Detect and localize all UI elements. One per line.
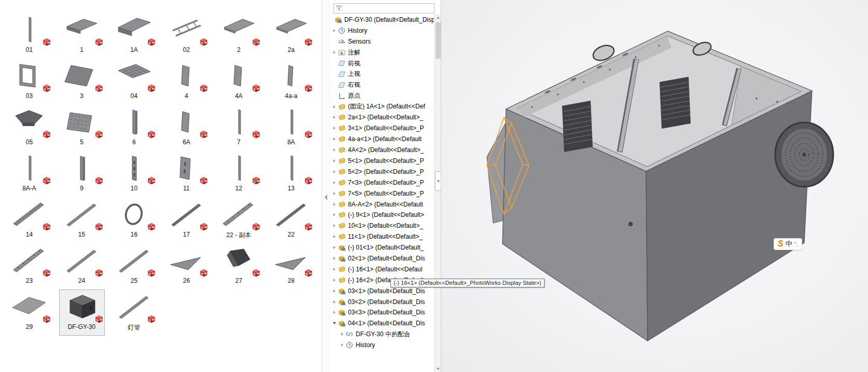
- file-item-6[interactable]: SW6: [108, 105, 160, 151]
- expand-arrow-icon[interactable]: [332, 212, 337, 217]
- file-item-03[interactable]: SW03: [3, 59, 55, 105]
- file-item-13[interactable]: SW13: [265, 151, 317, 197]
- scrollbar-down-icon[interactable]: [435, 365, 441, 372]
- tree-item-7-3-default-default-p[interactable]: 7<3> (Default<<Default>_P: [330, 177, 434, 188]
- tree-item-[interactable]: 前视: [330, 58, 434, 69]
- file-item-26[interactable]: SW26: [160, 243, 213, 290]
- file-item-17[interactable]: SW17: [160, 197, 213, 243]
- expand-arrow-icon[interactable]: [332, 126, 337, 131]
- file-item-12[interactable]: SW12: [213, 151, 265, 197]
- tree-item-01-1-default-default[interactable]: (-) 01<1> (Default<Default_: [330, 242, 434, 253]
- collapse-panel-icon[interactable]: ‹: [323, 190, 330, 203]
- file-item-11[interactable]: SW11: [160, 151, 213, 197]
- file-item-22---副本[interactable]: SW22 - 副本: [213, 197, 265, 243]
- file-item-6A[interactable]: SW6A: [160, 105, 213, 151]
- file-item-1A[interactable]: SW1A: [108, 12, 160, 59]
- expand-arrow-icon[interactable]: [332, 158, 337, 163]
- tree-item-11-1-default-default[interactable]: 11<1> (Default<<Default>_: [330, 231, 434, 242]
- file-item-2a[interactable]: SW2a: [265, 12, 317, 59]
- file-item-14[interactable]: SW14: [3, 197, 55, 243]
- tree-item-history[interactable]: History: [330, 25, 434, 36]
- expand-arrow-icon[interactable]: [332, 310, 337, 315]
- file-item-4a-a[interactable]: SW4a-a: [265, 59, 317, 105]
- scrollbar-up-icon[interactable]: [435, 14, 441, 21]
- file-item-5[interactable]: SW5: [55, 105, 108, 151]
- file-item-15[interactable]: SW15: [55, 197, 108, 243]
- expand-arrow-icon[interactable]: [332, 202, 337, 207]
- file-item-DF-GY-30[interactable]: SWDF-GY-30: [55, 290, 108, 336]
- file-item-8A-A[interactable]: SW8A-A: [3, 151, 55, 197]
- expand-arrow-icon[interactable]: [332, 256, 337, 261]
- tree-filter[interactable]: [333, 3, 435, 13]
- expand-arrow-icon[interactable]: [332, 245, 337, 250]
- tree-item-5-1-default-default-p[interactable]: 5<1> (Default<<Default>_P: [330, 156, 434, 167]
- tree-item-5-2-default-default-p[interactable]: 5<2> (Default<<Default>_P: [330, 166, 434, 177]
- file-item-25[interactable]: SW25: [108, 243, 160, 290]
- tree-scrollbar[interactable]: [434, 14, 441, 372]
- file-item-4A[interactable]: SW4A: [213, 59, 265, 105]
- file-item-23[interactable]: SW23: [3, 243, 55, 290]
- viewport-3d-model[interactable]: [441, 0, 868, 372]
- file-item-2[interactable]: SW2: [213, 12, 265, 59]
- tree-item-sensors[interactable]: Sensors: [330, 36, 434, 47]
- scrollbar-thumb[interactable]: [436, 22, 441, 59]
- tree-root-item[interactable]: DF-GY-30 (Default<Default_Disp: [330, 15, 434, 25]
- expand-arrow-icon[interactable]: [332, 288, 337, 294]
- expand-arrow-icon[interactable]: [340, 332, 345, 337]
- tree-item-4a-2-default-default[interactable]: 4A<2> (Default<<Default>_: [330, 145, 434, 156]
- file-item-9[interactable]: SW9: [55, 151, 108, 197]
- expand-arrow-icon[interactable]: [332, 50, 337, 55]
- file-item-8A[interactable]: SW8A: [265, 105, 317, 151]
- ime-language-toggle[interactable]: 中: [786, 239, 792, 249]
- tree-item-8a-a-2-default-default[interactable]: 8A-A<2> (Default<<Default: [330, 199, 434, 210]
- file-item-02[interactable]: SW02: [160, 12, 213, 59]
- expand-arrow-icon[interactable]: [332, 147, 337, 153]
- file-item-16[interactable]: SW16: [108, 197, 160, 243]
- filter-funnel-icon[interactable]: [335, 4, 343, 12]
- ime-indicator[interactable]: S 中 °,: [774, 238, 802, 250]
- tree-item-[interactable]: 右视: [330, 79, 434, 90]
- expand-arrow-icon[interactable]: [332, 191, 337, 196]
- expand-arrow-icon[interactable]: [332, 115, 337, 120]
- tree-item-history[interactable]: History: [330, 340, 434, 351]
- expand-arrow-icon[interactable]: [332, 299, 337, 305]
- expand-arrow-icon[interactable]: [340, 342, 345, 348]
- tree-item-9-1-default-default[interactable]: (-) 9<1> (Default<<Default>: [330, 210, 434, 221]
- model-outlet-flange[interactable]: [775, 122, 833, 187]
- tree-item-2a-1-default-default[interactable]: 2a<1> (Default<<Default>_: [330, 112, 434, 123]
- file-item-27[interactable]: SW27: [213, 243, 265, 290]
- tree-item-16-1-default-defaul[interactable]: (-) 16<1> (Default<<Defaul: [330, 264, 434, 274]
- file-item-22[interactable]: SW22: [265, 197, 317, 243]
- tree-item-04-1-default-default-dis[interactable]: 04<1> (Default<Default_Dis: [330, 318, 434, 329]
- tree-item-[interactable]: A注解: [330, 47, 434, 58]
- file-item-29[interactable]: SW29: [3, 290, 55, 336]
- expand-arrow-icon[interactable]: [332, 278, 337, 283]
- expand-arrow-icon[interactable]: [332, 180, 337, 185]
- file-item-4[interactable]: SW4: [160, 59, 213, 105]
- expand-arrow-icon[interactable]: [332, 321, 337, 326]
- expand-arrow-icon[interactable]: [332, 234, 337, 239]
- model-main-body[interactable]: [502, 31, 812, 341]
- tree-item-02-1-default-default-dis[interactable]: 02<1> (Default<Default_Dis: [330, 253, 434, 264]
- tree-item-4a-a-1-default-default[interactable]: 4a-a<1> (Default<<Default: [330, 134, 434, 145]
- file-item-04[interactable]: SW04: [108, 59, 160, 105]
- expand-arrow-icon[interactable]: [332, 169, 337, 174]
- sogou-logo-icon[interactable]: S: [778, 239, 783, 249]
- tree-item-[interactable]: 上视: [330, 68, 434, 79]
- tree-item-3-1-default-default-p[interactable]: 3<1> (Default<<Default>_P: [330, 123, 434, 134]
- file-item-灯管[interactable]: SW灯管: [108, 290, 160, 336]
- file-item-10[interactable]: SW10: [108, 151, 160, 197]
- file-item-05[interactable]: SW05: [3, 105, 55, 151]
- tree-item-10-1-default-default[interactable]: 10<1> (Default<<Default>_: [330, 221, 434, 231]
- expand-arrow-icon[interactable]: [332, 267, 337, 272]
- file-item-7[interactable]: SW7: [213, 105, 265, 151]
- tree-item-03-2-default-default-dis[interactable]: 03<2> (Default<Default_Dis: [330, 296, 434, 307]
- tree-item-03-3-default-default-dis[interactable]: 03<3> (Default<Default_Dis: [330, 307, 434, 318]
- file-item-3[interactable]: SW3: [55, 59, 108, 105]
- tree-filter-input[interactable]: [343, 4, 434, 12]
- expand-arrow-icon[interactable]: [332, 104, 337, 109]
- file-item-28[interactable]: SW28: [265, 243, 317, 290]
- expand-arrow-icon[interactable]: [332, 223, 337, 228]
- file-item-1[interactable]: SW1: [55, 12, 108, 59]
- tree-item-df-gy-30[interactable]: DF-GY-30 中的配合: [330, 329, 434, 340]
